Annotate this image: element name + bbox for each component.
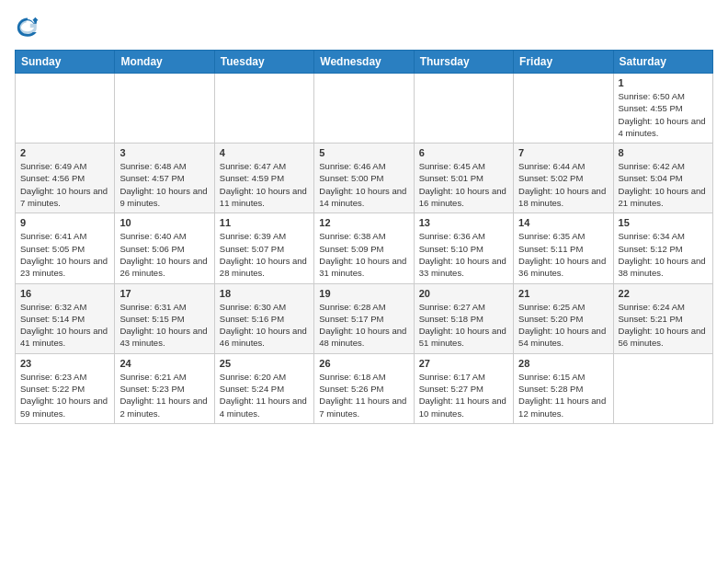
day-cell: 27Sunrise: 6:17 AM Sunset: 5:27 PM Dayli… [414,353,513,423]
day-info: Sunrise: 6:41 AM Sunset: 5:05 PM Dayligh… [20,230,109,279]
day-info: Sunrise: 6:25 AM Sunset: 5:20 PM Dayligh… [518,301,608,350]
day-number: 16 [20,288,109,299]
day-cell: 2Sunrise: 6:49 AM Sunset: 4:56 PM Daylig… [16,144,115,213]
day-info: Sunrise: 6:42 AM Sunset: 5:04 PM Dayligh… [619,160,708,209]
day-cell: 25Sunrise: 6:20 AM Sunset: 5:24 PM Dayli… [214,353,313,423]
day-info: Sunrise: 6:34 AM Sunset: 5:12 PM Dayligh… [619,230,708,279]
day-cell [414,74,513,144]
day-number: 28 [518,358,608,369]
day-info: Sunrise: 6:21 AM Sunset: 5:23 PM Dayligh… [119,371,209,419]
day-info: Sunrise: 6:48 AM Sunset: 4:57 PM Dayligh… [119,160,209,209]
day-number: 1 [619,77,708,88]
weekday-tuesday: Tuesday [214,51,313,74]
day-info: Sunrise: 6:20 AM Sunset: 5:24 PM Dayligh… [220,371,309,419]
day-cell: 1Sunrise: 6:50 AM Sunset: 4:55 PM Daylig… [613,74,712,144]
day-info: Sunrise: 6:47 AM Sunset: 4:59 PM Dayligh… [220,160,309,209]
week-row-1: 1Sunrise: 6:50 AM Sunset: 4:55 PM Daylig… [16,74,713,144]
svg-marker-0 [30,17,40,24]
day-info: Sunrise: 6:39 AM Sunset: 5:07 PM Dayligh… [220,230,309,279]
day-cell: 26Sunrise: 6:18 AM Sunset: 5:26 PM Dayli… [314,353,414,423]
day-info: Sunrise: 6:31 AM Sunset: 5:15 PM Dayligh… [119,301,209,350]
day-number: 20 [419,288,508,299]
day-number: 8 [619,147,708,158]
day-cell: 11Sunrise: 6:39 AM Sunset: 5:07 PM Dayli… [214,213,313,283]
day-cell [214,74,313,144]
day-info: Sunrise: 6:50 AM Sunset: 4:55 PM Dayligh… [619,90,708,139]
day-info: Sunrise: 6:32 AM Sunset: 5:14 PM Dayligh… [20,301,109,350]
week-row-4: 16Sunrise: 6:32 AM Sunset: 5:14 PM Dayli… [16,283,713,353]
day-number: 22 [619,288,708,299]
day-cell [115,74,214,144]
page: SundayMondayTuesdayWednesdayThursdayFrid… [0,0,728,563]
day-cell: 16Sunrise: 6:32 AM Sunset: 5:14 PM Dayli… [16,283,115,353]
day-info: Sunrise: 6:46 AM Sunset: 5:00 PM Dayligh… [319,160,408,209]
day-number: 27 [419,358,508,369]
day-number: 25 [220,358,309,369]
day-number: 21 [518,288,608,299]
day-cell: 6Sunrise: 6:45 AM Sunset: 5:01 PM Daylig… [414,144,513,213]
day-cell: 5Sunrise: 6:46 AM Sunset: 5:00 PM Daylig… [314,144,414,213]
day-number: 11 [220,217,309,228]
week-row-2: 2Sunrise: 6:49 AM Sunset: 4:56 PM Daylig… [16,144,713,213]
day-cell: 10Sunrise: 6:40 AM Sunset: 5:06 PM Dayli… [115,213,214,283]
day-info: Sunrise: 6:15 AM Sunset: 5:28 PM Dayligh… [518,371,608,419]
week-row-3: 9Sunrise: 6:41 AM Sunset: 5:05 PM Daylig… [16,213,713,283]
weekday-saturday: Saturday [613,51,712,74]
day-info: Sunrise: 6:30 AM Sunset: 5:16 PM Dayligh… [220,301,309,350]
day-info: Sunrise: 6:38 AM Sunset: 5:09 PM Dayligh… [319,230,408,279]
day-cell [613,353,712,423]
day-number: 12 [319,217,408,228]
day-info: Sunrise: 6:49 AM Sunset: 4:56 PM Dayligh… [20,160,109,209]
weekday-header-row: SundayMondayTuesdayWednesdayThursdayFrid… [16,51,713,74]
day-info: Sunrise: 6:36 AM Sunset: 5:10 PM Dayligh… [419,230,508,279]
day-number: 14 [518,217,608,228]
day-number: 10 [119,217,209,228]
day-number: 3 [119,147,209,158]
day-number: 13 [419,217,508,228]
day-number: 23 [20,358,109,369]
day-number: 18 [220,288,309,299]
day-cell: 7Sunrise: 6:44 AM Sunset: 5:02 PM Daylig… [514,144,613,213]
day-cell: 24Sunrise: 6:21 AM Sunset: 5:23 PM Dayli… [115,353,214,423]
day-cell: 21Sunrise: 6:25 AM Sunset: 5:20 PM Dayli… [514,283,613,353]
weekday-wednesday: Wednesday [314,51,414,74]
day-cell [314,74,414,144]
day-cell [16,74,115,144]
day-cell: 14Sunrise: 6:35 AM Sunset: 5:11 PM Dayli… [514,213,613,283]
day-info: Sunrise: 6:24 AM Sunset: 5:21 PM Dayligh… [619,301,708,350]
day-number: 2 [20,147,109,158]
day-info: Sunrise: 6:23 AM Sunset: 5:22 PM Dayligh… [20,371,109,419]
day-cell: 28Sunrise: 6:15 AM Sunset: 5:28 PM Dayli… [514,353,613,423]
day-cell: 18Sunrise: 6:30 AM Sunset: 5:16 PM Dayli… [214,283,313,353]
weekday-monday: Monday [115,51,214,74]
day-info: Sunrise: 6:40 AM Sunset: 5:06 PM Dayligh… [119,230,209,279]
weekday-friday: Friday [514,51,613,74]
day-number: 26 [319,358,408,369]
day-cell: 12Sunrise: 6:38 AM Sunset: 5:09 PM Dayli… [314,213,414,283]
day-number: 19 [319,288,408,299]
day-number: 6 [419,147,508,158]
day-number: 7 [518,147,608,158]
day-info: Sunrise: 6:18 AM Sunset: 5:26 PM Dayligh… [319,371,408,419]
day-number: 15 [619,217,708,228]
day-number: 24 [119,358,209,369]
day-cell: 23Sunrise: 6:23 AM Sunset: 5:22 PM Dayli… [16,353,115,423]
logo-icon [15,15,40,40]
calendar: SundayMondayTuesdayWednesdayThursdayFrid… [15,50,713,424]
calendar-body: 1Sunrise: 6:50 AM Sunset: 4:55 PM Daylig… [16,74,713,424]
day-cell: 17Sunrise: 6:31 AM Sunset: 5:15 PM Dayli… [115,283,214,353]
day-cell: 22Sunrise: 6:24 AM Sunset: 5:21 PM Dayli… [613,283,712,353]
day-number: 17 [119,288,209,299]
day-number: 9 [20,217,109,228]
day-info: Sunrise: 6:17 AM Sunset: 5:27 PM Dayligh… [419,371,508,419]
day-cell: 3Sunrise: 6:48 AM Sunset: 4:57 PM Daylig… [115,144,214,213]
day-info: Sunrise: 6:44 AM Sunset: 5:02 PM Dayligh… [518,160,608,209]
day-info: Sunrise: 6:28 AM Sunset: 5:17 PM Dayligh… [319,301,408,350]
day-number: 5 [319,147,408,158]
day-cell: 4Sunrise: 6:47 AM Sunset: 4:59 PM Daylig… [214,144,313,213]
weekday-thursday: Thursday [414,51,513,74]
weekday-sunday: Sunday [16,51,115,74]
day-cell: 9Sunrise: 6:41 AM Sunset: 5:05 PM Daylig… [16,213,115,283]
day-info: Sunrise: 6:35 AM Sunset: 5:11 PM Dayligh… [518,230,608,279]
logo [15,15,44,40]
